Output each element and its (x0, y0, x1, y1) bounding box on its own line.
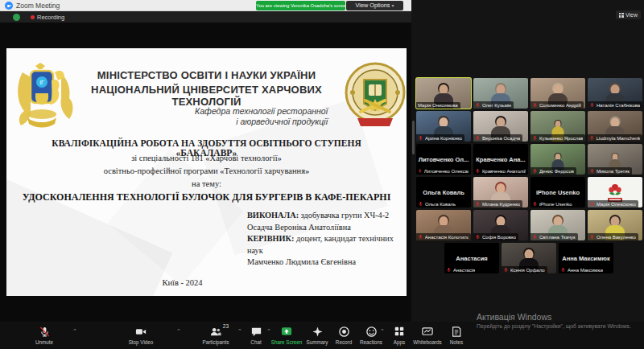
slide-department: Кафедра технології ресторанної і аюрведи… (195, 106, 328, 127)
muted-mic-icon (589, 201, 595, 207)
participant-tile[interactable]: Ксенія Орфало (502, 243, 556, 273)
encryption-shield-icon[interactable] (13, 14, 20, 21)
muted-mic-icon (532, 135, 538, 141)
participant-name: Анастасія (453, 268, 475, 273)
muted-mic-icon (418, 168, 423, 174)
participant-tile[interactable]: Олег Кузьмін (473, 78, 528, 109)
participants-count-badge: 23 (223, 323, 229, 329)
participant-nametag: Кравченко Анатолій (473, 167, 528, 174)
svg-text:ІГ: ІГ (39, 80, 44, 85)
slide-speciality: зі спеціальності 181 «Харчові технології… (31, 154, 382, 162)
participant-tile[interactable]: Наталія Стабнікова (588, 78, 642, 109)
slide-program: освітньо-професійної програми «Технологі… (31, 166, 382, 175)
participant-nametag: Денис Федосов (530, 167, 576, 174)
participant-name: Мілана Кудренко (482, 202, 520, 207)
muted-mic-icon (589, 168, 595, 174)
participant-nametag: Марія Олексієнко (588, 200, 638, 207)
participant-tile[interactable]: АнастасияАнастасія (444, 243, 499, 273)
unmute-caret[interactable]: ⌃ (72, 328, 77, 335)
participants-panel: View Марія Онисимова Олег Кузьмін Соломе… (411, 0, 644, 322)
participant-nametag: Анастасія (444, 266, 477, 273)
zoom-logo-icon (5, 2, 13, 10)
participant-name: Марія Олексієнко (597, 202, 636, 207)
participant-nametag: iPhone Usenko (530, 200, 575, 207)
participant-name: Денис Федосов (539, 169, 574, 174)
slide-header-line2: НАЦІОНАЛЬНИЙ ЦНІВЕРСИТЕТ ХАРЧОВИХ ТЕХНОЛ… (83, 84, 330, 108)
presentation-slide: ІГ (6, 48, 407, 296)
participant-tile[interactable]: Соломенко Андрій (530, 78, 585, 109)
camera-icon (134, 325, 147, 338)
title-bar: Zoom Meeting You are viewing Veronika Os… (0, 0, 411, 11)
window-title: Zoom Meeting (16, 2, 60, 10)
muted-mic-icon (503, 267, 509, 273)
participant-tile[interactable]: Анастасія Колотило (416, 210, 471, 240)
muted-mic-icon (418, 135, 423, 141)
muted-mic-icon (475, 168, 481, 174)
unmute-button[interactable]: Unmute (21, 325, 68, 345)
participant-tile[interactable]: Микола Третяк (588, 144, 642, 174)
participant-nametag: Микола Третяк (588, 167, 632, 174)
participant-tile[interactable]: Ольга КовальОльга Коваль (416, 177, 471, 207)
participant-nametag: Соломенко Андрій (530, 101, 584, 109)
participant-tile[interactable]: Софія Боровко (473, 210, 528, 240)
participant-nametag: Наталія Стабнікова (588, 101, 642, 109)
participant-tile[interactable]: Liudmyla Mamchenko (588, 111, 642, 142)
zoom-meeting-window: Zoom Meeting You are viewing Veronika Os… (0, 0, 644, 349)
participant-tile[interactable]: Денис Федосов (530, 144, 585, 174)
participant-tile[interactable]: Світлана Ткачук (530, 210, 585, 240)
mic-muted-icon (39, 325, 51, 338)
gallery-view-button[interactable]: View (616, 10, 641, 19)
participant-nametag: Liudmyla Mamchenko (588, 134, 642, 142)
participant-nametag: Світлана Ткачук (530, 233, 578, 240)
slide-theme-label: на тему: (31, 179, 382, 188)
participant-name: Марія Онисимова (418, 103, 458, 108)
participant-nametag: Анастасія Колотило (416, 233, 471, 240)
share-icon (280, 325, 293, 338)
muted-mic-icon (475, 234, 481, 240)
muted-mic-icon (589, 135, 595, 141)
participant-name: Арина Корнієнко (425, 136, 462, 141)
participant-name: Кузьменко Ярослав (539, 136, 583, 141)
participants-icon: 23 (209, 325, 222, 338)
participant-nametag: Ксенія Орфало (502, 266, 547, 273)
participant-tile[interactable]: Кравченко Ана...Кравченко Анатолій (473, 144, 528, 174)
muted-mic-icon (560, 267, 566, 273)
participant-tile[interactable]: Вероніка Осадча (473, 111, 528, 142)
panel-scrollbar[interactable] (412, 121, 415, 154)
muted-mic-icon (532, 102, 538, 108)
participant-tile[interactable]: Марія Олексієнко (588, 177, 642, 207)
stop-video-caret[interactable]: ⌃ (176, 328, 181, 335)
muted-mic-icon (589, 234, 595, 240)
meeting-status-bar: Recording (0, 11, 411, 23)
faculty-emblem (343, 59, 407, 136)
participant-tile[interactable]: Арина Корнієнко (416, 111, 471, 142)
participant-name: Микола Третяк (597, 169, 630, 174)
participant-nametag: Софія Боровко (473, 233, 518, 240)
participant-name: Liudmyla Mamchenko (597, 136, 640, 141)
participant-nametag: Олена Вакуленко (588, 233, 638, 240)
muted-mic-icon (418, 201, 423, 207)
slide-theme-title: УДОСКОНАЛЕННЯ ТЕХНОЛОГІЇ БУЛОЧОК ДЛЯ БУР… (14, 191, 398, 203)
muted-mic-icon (475, 102, 481, 108)
muted-mic-icon (475, 135, 481, 141)
stop-video-button[interactable]: Stop Video (118, 325, 164, 345)
view-options-button[interactable]: View Options ▾ (346, 1, 403, 10)
participant-tile[interactable]: Литовченко Ол...Литовченко Олександра (416, 144, 471, 174)
participant-name: iPhone Usenko (539, 202, 572, 207)
participant-tile[interactable]: Анна МаксимюкАнна Максимюк (559, 243, 613, 273)
participant-tile[interactable]: Кузьменко Ярослав (530, 111, 585, 142)
screen-share-banner: You are viewing Veronika Osadcha's scree… (256, 1, 345, 10)
whiteboard-icon (421, 325, 434, 338)
slide-header-line1: МІНІСТЕРСТВО ОСВІТИ І НАУКИ УКРАЇНИ (83, 69, 330, 81)
chat-icon (250, 325, 262, 338)
participant-tile[interactable]: Олена Вакуленко (588, 210, 642, 240)
participant-tile[interactable]: iPhone UsenkoiPhone Usenko (530, 177, 585, 207)
apps-icon (394, 325, 405, 338)
muted-mic-icon (532, 234, 538, 240)
participant-tile[interactable]: Марія Онисимова (416, 78, 471, 109)
windows-activation-watermark: Активація Windows Перейдіть до розділу "… (477, 312, 631, 329)
participant-tile[interactable]: Мілана Кудренко (473, 177, 528, 207)
muted-mic-icon (418, 234, 423, 240)
recording-indicator: Recording (31, 14, 64, 21)
notes-button[interactable]: Notes (433, 325, 480, 345)
